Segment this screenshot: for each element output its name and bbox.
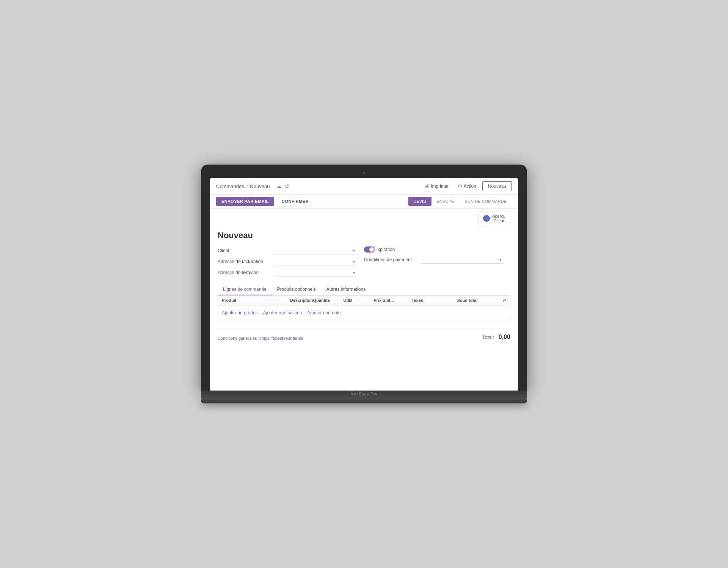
add-note-link[interactable]: Ajouter une note xyxy=(307,310,340,315)
gear-icon: ⚙ xyxy=(458,184,462,189)
breadcrumb-parent[interactable]: Commandes xyxy=(216,184,244,189)
total-section: Total: 0,00 xyxy=(482,334,510,340)
delivery-input[interactable] xyxy=(275,268,356,276)
conditions-link[interactable]: https://openfire.fr/terms xyxy=(260,336,303,340)
tab-lignes-commande[interactable]: Lignes de commande xyxy=(218,284,272,295)
laptop-base xyxy=(201,391,527,399)
send-email-button[interactable]: ENVOYER PAR EMAIL xyxy=(216,197,274,206)
col-sous-total: Sous-total xyxy=(457,298,503,303)
col-settings[interactable]: ⇌ xyxy=(503,298,514,303)
payment-input[interactable] xyxy=(421,256,503,264)
client-dropdown-arrow: ▾ xyxy=(353,248,355,253)
billing-label: Adresse de facturation xyxy=(218,259,275,264)
client-input-wrap: ▾ xyxy=(275,246,356,254)
col-description: Description xyxy=(290,298,313,303)
status-bar: DEVIS ENVOYÉ BON DE COMMANDE xyxy=(408,197,512,206)
payment-row: Conditions de paiement ▾ xyxy=(364,256,503,264)
conditions: Conditions générales : https://openfire.… xyxy=(218,336,303,340)
expiration-toggle[interactable] xyxy=(364,246,375,253)
form-section: Client ▾ Adresse de facturation ▾ xyxy=(218,246,510,279)
client-row: Client ▾ xyxy=(218,246,356,254)
toolbar: ENVOYER PAR EMAIL CONFIRMER DEVIS ENVOYÉ… xyxy=(210,195,518,209)
printer-icon: 🖨 xyxy=(425,184,429,189)
delivery-input-wrap: ▾ xyxy=(275,268,356,276)
status-envoye[interactable]: ENVOYÉ xyxy=(431,197,460,206)
form-right: xpiration Conditions de paiement ▾ xyxy=(364,246,510,279)
billing-row: Adresse de facturation ▾ xyxy=(218,257,356,265)
laptop-bottom xyxy=(201,399,527,403)
apercu-bar: 🌐 AperçuClient xyxy=(218,209,510,227)
billing-input-wrap: ▾ xyxy=(275,257,356,265)
billing-input[interactable] xyxy=(275,257,356,265)
header-right: 🖨 Imprimer ⚙ Action Nouveau xyxy=(422,181,512,191)
col-quantite: Quantité xyxy=(313,298,344,303)
col-udm: UdM xyxy=(344,298,374,303)
expiration-toggle-row: xpiration xyxy=(364,246,395,253)
app-header: Commandes / Nouveau ☁ ↺ 🖨 Imprimer ⚙ xyxy=(210,178,518,195)
tab-produits-optionnels[interactable]: Produits optionnels xyxy=(272,284,321,295)
add-product-link[interactable]: Ajouter un produit xyxy=(222,310,258,315)
form-left: Client ▾ Adresse de facturation ▾ xyxy=(218,246,364,279)
col-taxes: Taxes xyxy=(412,298,457,303)
status-bon-commande[interactable]: BON DE COMMANDE xyxy=(459,197,512,206)
globe-icon: 🌐 xyxy=(483,215,490,222)
form-title: Nouveau xyxy=(218,231,510,240)
new-button[interactable]: Nouveau xyxy=(482,181,512,191)
table-body: Ajouter un produit Ajouter une section A… xyxy=(218,306,510,320)
client-label: Client xyxy=(218,248,275,253)
col-prix: Prix unit... xyxy=(374,298,412,303)
payment-label: Conditions de paiement xyxy=(364,257,421,262)
order-table: Produit Description Quantité UdM Prix un… xyxy=(218,296,510,320)
total-label: Total: xyxy=(482,334,494,340)
apercu-client-button[interactable]: 🌐 AperçuClient xyxy=(478,212,510,225)
breadcrumb-current: Nouveau xyxy=(250,184,270,189)
tabs: Lignes de commande Produits optionnels A… xyxy=(218,284,510,296)
breadcrumb-separator: / xyxy=(246,184,248,189)
main-content: 🌐 AperçuClient Nouveau Client ▾ xyxy=(210,209,518,348)
form-footer: Conditions générales : https://openfire.… xyxy=(218,328,510,340)
billing-dropdown-arrow: ▾ xyxy=(353,259,355,264)
delivery-row: Adresse de livraison ▾ xyxy=(218,268,356,276)
print-button[interactable]: 🖨 Imprimer xyxy=(422,182,452,190)
conditions-label: Conditions générales : xyxy=(218,336,259,340)
cloud-icon[interactable]: ☁ xyxy=(276,183,282,189)
breadcrumb-actions: ☁ ↺ xyxy=(276,183,289,189)
tab-autres-informations[interactable]: Autres informations xyxy=(321,284,371,295)
total-row: Total: 0,00 xyxy=(482,334,510,340)
undo-icon[interactable]: ↺ xyxy=(285,183,289,189)
status-devis[interactable]: DEVIS xyxy=(408,197,431,206)
expiration-label: xpiration xyxy=(378,247,395,252)
add-section-link[interactable]: Ajouter une section xyxy=(263,310,302,315)
confirm-button[interactable]: CONFIRMER xyxy=(278,197,312,206)
toolbar-left: ENVOYER PAR EMAIL CONFIRMER xyxy=(216,197,312,206)
apercu-label: AperçuClient xyxy=(492,214,505,223)
breadcrumb: Commandes / Nouveau ☁ ↺ xyxy=(216,183,289,189)
payment-dropdown-arrow: ▾ xyxy=(499,257,501,262)
delivery-label: Adresse de livraison xyxy=(218,270,275,275)
delivery-dropdown-arrow: ▾ xyxy=(353,270,355,275)
total-value: 0,00 xyxy=(499,334,510,340)
table-actions: Ajouter un produit Ajouter une section A… xyxy=(222,309,506,317)
client-input[interactable] xyxy=(275,246,356,254)
col-produit: Produit xyxy=(222,298,290,303)
action-button[interactable]: ⚙ Action xyxy=(455,182,479,190)
payment-input-wrap: ▾ xyxy=(421,256,503,264)
table-header: Produit Description Quantité UdM Prix un… xyxy=(218,296,510,306)
expiration-row: xpiration xyxy=(364,246,503,253)
